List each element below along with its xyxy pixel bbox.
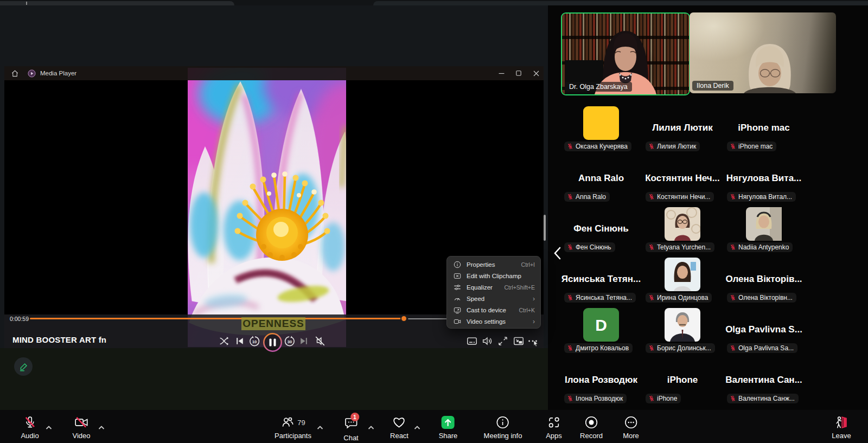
- media-player-titlebar: Media Player: [4, 66, 544, 80]
- participant-tile[interactable]: Костянтин Неч...Костянтин Нечи...: [642, 155, 723, 203]
- participant-tile[interactable]: Олена Вікторів...Олена Вікторівн...: [724, 255, 804, 304]
- equalizer-icon: [454, 283, 462, 291]
- react-options-chevron[interactable]: [413, 423, 422, 429]
- participant-tile[interactable]: iPhone maciPhone mac: [724, 104, 804, 153]
- pause-button[interactable]: [263, 332, 283, 352]
- participant-tile[interactable]: Ирина Одинцова: [642, 255, 723, 304]
- video-options-chevron[interactable]: [98, 423, 106, 429]
- context-menu: Properties Ctrl+I Edit with Clipchamp Eq…: [446, 256, 541, 329]
- leave-button[interactable]: Leave: [832, 415, 851, 440]
- next-button[interactable]: [297, 334, 311, 348]
- window-top-strip: [0, 0, 868, 5]
- autoplay-off-button[interactable]: [313, 334, 327, 348]
- menu-item-cast[interactable]: Cast to device Ctrl+K: [447, 304, 540, 316]
- participant-tile[interactable]: Nadiia Antypenko: [724, 205, 804, 254]
- more-options-button[interactable]: [526, 334, 540, 348]
- more-button[interactable]: More: [623, 415, 639, 440]
- menu-item-properties[interactable]: Properties Ctrl+I: [447, 259, 540, 270]
- participant-name-label: Ирина Одинцова: [646, 293, 712, 303]
- participant-name-label: Лилия Лютик: [646, 142, 700, 151]
- menu-item-video-settings[interactable]: Video settings ›: [447, 316, 540, 327]
- previous-button[interactable]: [233, 334, 247, 348]
- participant-tile[interactable]: Борис Долинськ...: [642, 306, 723, 355]
- subtitles-button[interactable]: [465, 334, 479, 348]
- audio-options-chevron[interactable]: [45, 423, 54, 429]
- annotate-button[interactable]: [14, 357, 33, 376]
- participants-gallery: Dr. Olga Zbarskaya Ilona Derik Оксана Ку…: [548, 5, 868, 410]
- participant-tile[interactable]: Валентина Сан...Валентина Санж...: [724, 356, 804, 405]
- participants-button[interactable]: 79 Participants: [275, 415, 311, 440]
- mic-muted-icon: [567, 294, 573, 301]
- video-caption: OPENNESS: [241, 317, 305, 330]
- react-button[interactable]: React: [390, 415, 409, 440]
- gallery-scrollbar[interactable]: [544, 215, 546, 241]
- mic-muted-icon: [648, 244, 655, 251]
- meeting-info-button[interactable]: Meeting info: [484, 415, 522, 440]
- volume-button[interactable]: [480, 334, 494, 348]
- forward-30-button[interactable]: 30: [283, 334, 297, 348]
- clipchamp-icon: [454, 272, 462, 280]
- video-filename: MIND BOOSTER ART fn: [12, 335, 106, 344]
- leave-icon: [834, 415, 849, 429]
- mic-muted-icon: [648, 294, 655, 301]
- participant-tile[interactable]: Olga Pavlivna S...Olga Pavlivna Sa...: [724, 306, 804, 355]
- video-tile-active-speaker[interactable]: Dr. Olga Zbarskaya: [561, 12, 690, 95]
- submenu-chevron-icon: ›: [533, 295, 535, 303]
- participant-name-label: Anna Ralo: [564, 192, 610, 202]
- participant-name-label: Борис Долинськ...: [646, 343, 715, 353]
- participant-tile[interactable]: Лилия ЛютикЛилия Лютик: [642, 104, 723, 153]
- participant-display-name: Нягулова Вита...: [724, 173, 804, 184]
- participant-name-label: Ясинська Тетяна...: [564, 293, 636, 303]
- progress-handle[interactable]: [400, 315, 407, 322]
- minimize-button[interactable]: [493, 66, 509, 80]
- cast-icon: [454, 306, 462, 314]
- shared-screen-background: [0, 348, 548, 410]
- chat-options-chevron[interactable]: [367, 423, 376, 429]
- participant-name-label: Олена Вікторівн...: [727, 293, 796, 303]
- fullscreen-button[interactable]: [496, 334, 510, 348]
- participant-name-label: Валентина Санж...: [727, 394, 799, 403]
- info-icon: [454, 260, 462, 268]
- participant-tile[interactable]: Anna RaloAnna Ralo: [561, 155, 641, 203]
- mic-muted-icon: [567, 143, 573, 150]
- record-button[interactable]: Record: [580, 415, 603, 440]
- record-icon: [584, 415, 598, 429]
- submenu-chevron-icon: ›: [533, 318, 535, 325]
- mic-muted-icon: [730, 244, 736, 251]
- menu-item-equalizer[interactable]: Equalizer Ctrl+Shift+E: [447, 281, 540, 293]
- share-button[interactable]: Share: [439, 415, 458, 440]
- mic-muted-icon: [23, 415, 37, 429]
- gallery-prev-page-chevron[interactable]: [552, 246, 562, 260]
- participants-options-chevron[interactable]: [316, 423, 325, 429]
- participant-tile[interactable]: iPhoneiPhone: [642, 356, 723, 405]
- participant-name-label: Olga Pavlivna Sa...: [727, 343, 797, 353]
- video-button[interactable]: Video: [72, 415, 90, 440]
- apps-button[interactable]: Apps: [546, 415, 562, 440]
- participant-tile[interactable]: DДмитро Ковальов: [561, 306, 641, 355]
- participant-tile[interactable]: Нягулова Вита...Нягулова Витал...: [724, 155, 804, 203]
- window-title: Media Player: [40, 70, 76, 76]
- audio-button[interactable]: Audio: [21, 415, 39, 440]
- avatar-image: [583, 106, 619, 140]
- close-button[interactable]: [528, 66, 544, 80]
- video-tile[interactable]: Ilona Derik: [690, 12, 836, 93]
- chat-notification-badge: 1: [350, 413, 359, 421]
- maximize-button[interactable]: [510, 66, 527, 80]
- home-icon[interactable]: [11, 69, 19, 78]
- participant-tile[interactable]: Ясинська Тетян...Ясинська Тетяна...: [561, 255, 641, 304]
- participant-name-label: Костянтин Нечи...: [646, 192, 714, 202]
- menu-item-edit-clipchamp[interactable]: Edit with Clipchamp: [447, 270, 540, 281]
- shuffle-button[interactable]: [217, 334, 231, 348]
- participant-tile[interactable]: Оксана Кучерява: [561, 104, 641, 153]
- participant-name-label: Ілона Розводюк: [564, 394, 627, 403]
- participant-name-label: Фен Сінюнь: [564, 242, 615, 252]
- mini-player-button[interactable]: [512, 334, 526, 348]
- participant-tile[interactable]: Фен СінюньФен Сінюнь: [561, 205, 641, 254]
- menu-item-speed[interactable]: Speed ›: [447, 293, 540, 304]
- progress-bar-played[interactable]: [30, 318, 404, 319]
- mic-muted-icon: [567, 244, 573, 251]
- participant-tile[interactable]: Ілона РозводюкІлона Розводюк: [561, 356, 641, 405]
- chat-button[interactable]: 1 Chat: [343, 415, 358, 442]
- rewind-10-button[interactable]: 10: [247, 334, 261, 348]
- participant-tile[interactable]: Tetyana Yurchen...: [642, 205, 723, 254]
